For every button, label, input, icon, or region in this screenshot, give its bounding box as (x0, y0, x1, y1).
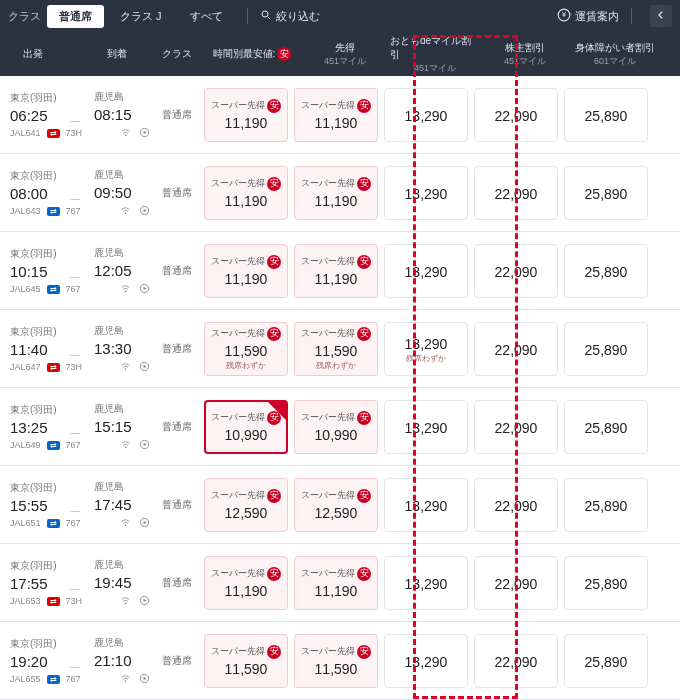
fare-card[interactable]: 22,090 (474, 634, 558, 688)
filter-button[interactable]: 絞り込む (260, 9, 320, 24)
cheap-badge-icon: 安 (357, 645, 371, 659)
fare-type-label: スーパー先得安 (211, 99, 281, 113)
fare-card[interactable]: スーパー先得安 11,590 (204, 634, 288, 688)
fare-card[interactable]: スーパー先得安 11,190 (204, 166, 288, 220)
fare-type-label: スーパー先得安 (211, 489, 281, 503)
flight-row: 東京(羽田) 06:25 JAL641 ⇄ 73H — 鹿児島 08:15 普通… (0, 76, 680, 154)
wifi-icon (120, 205, 131, 218)
fare-price: 22,090 (495, 108, 538, 124)
fare-card[interactable]: 13,290 (384, 244, 468, 298)
arrival-block: 鹿児島 12:05 (84, 246, 150, 296)
fare-card[interactable]: 13,290 (384, 400, 468, 454)
fare-card[interactable]: 13,290 (384, 88, 468, 142)
fare-card[interactable]: 25,890 (564, 400, 648, 454)
svg-text:¥: ¥ (562, 11, 566, 18)
cheap-badge-icon: 安 (267, 567, 281, 581)
fare-card[interactable]: スーパー先得安 11,190 (204, 244, 288, 298)
fare-card[interactable]: 22,090 (474, 400, 558, 454)
hdr-shintai[interactable]: 身体障がい者割引 601マイル (570, 41, 660, 68)
flight-row: 東京(羽田) 17:55 JAL653 ⇄ 73H — 鹿児島 19:45 普通… (0, 544, 680, 622)
arrival-time: 09:50 (94, 184, 132, 201)
fare-card[interactable]: スーパー先得安 10,990 (204, 400, 288, 454)
fare-card[interactable]: 25,890 (564, 322, 648, 376)
departure-time: 10:15 (10, 263, 48, 280)
cheap-badge-icon: 安 (267, 489, 281, 503)
fare-price: 25,890 (585, 654, 628, 670)
fare-price: 12,590 (315, 505, 358, 521)
fare-type-label: スーパー先得安 (211, 645, 281, 659)
svg-marker-21 (144, 520, 147, 524)
fare-card[interactable]: スーパー先得安 11,590 (294, 634, 378, 688)
play-icon (139, 205, 150, 218)
fare-card[interactable]: 25,890 (564, 634, 648, 688)
departure-block: 東京(羽田) 17:55 JAL653 ⇄ 73H (0, 559, 66, 606)
fare-card[interactable]: スーパー先得安 11,590 残席わずか (204, 322, 288, 376)
fare-card[interactable]: スーパー先得安 11,190 (294, 88, 378, 142)
arrival-block: 鹿児島 19:45 (84, 558, 150, 608)
svg-point-10 (125, 290, 126, 291)
arrival-block: 鹿児島 08:15 (84, 90, 150, 140)
fare-card[interactable]: 22,090 (474, 166, 558, 220)
svg-marker-9 (144, 208, 147, 212)
fare-card[interactable]: 25,890 (564, 166, 648, 220)
fare-card[interactable]: スーパー先得安 11,590 残席わずか (294, 322, 378, 376)
fare-type-label: スーパー先得安 (301, 411, 371, 425)
fare-type-label: スーパー先得安 (211, 327, 281, 341)
time-separator: — (66, 271, 84, 282)
separator (631, 8, 632, 24)
fare-card[interactable]: 25,890 (564, 244, 648, 298)
hdr-kabunushi[interactable]: 株主割引 451マイル (480, 41, 570, 68)
fare-card[interactable]: 25,890 (564, 478, 648, 532)
fare-card[interactable]: 22,090 (474, 556, 558, 610)
fare-card[interactable]: スーパー先得安 11,190 (294, 556, 378, 610)
fare-price: 13,290 (405, 186, 448, 202)
fare-card[interactable]: スーパー先得安 11,190 (294, 166, 378, 220)
tab-all[interactable]: すべて (178, 5, 235, 28)
flight-row: 東京(羽田) 13:25 JAL649 ⇄ 767 — 鹿児島 15:15 普通… (0, 388, 680, 466)
fare-price: 10,990 (225, 427, 268, 443)
play-icon (139, 673, 150, 686)
fare-card[interactable]: スーパー先得安 11,190 (204, 88, 288, 142)
aircraft-type: 73H (66, 128, 83, 138)
fare-type-label: スーパー先得安 (211, 255, 281, 269)
fare-card[interactable]: 13,290 (384, 166, 468, 220)
fare-card[interactable]: 13,290 (384, 556, 468, 610)
fare-card[interactable]: 25,890 (564, 556, 648, 610)
cabin-class: 普通席 (150, 498, 204, 512)
tab-class-j[interactable]: クラス J (108, 5, 174, 28)
fare-price: 11,590 (315, 661, 358, 677)
fare-price: 13,290 (405, 336, 448, 352)
fare-price: 22,090 (495, 498, 538, 514)
fare-price: 25,890 (585, 498, 628, 514)
play-icon (139, 517, 150, 530)
fare-card[interactable]: 25,890 (564, 88, 648, 142)
fare-type-label: スーパー先得安 (211, 177, 281, 191)
arrival-time: 17:45 (94, 496, 132, 513)
fare-price: 13,290 (405, 108, 448, 124)
aircraft-type: 767 (66, 440, 81, 450)
departure-block: 東京(羽田) 10:15 JAL645 ⇄ 767 (0, 247, 66, 294)
fare-card[interactable]: 22,090 (474, 88, 558, 142)
fare-card[interactable]: スーパー先得安 11,190 (294, 244, 378, 298)
fare-card[interactable]: 13,290 残席わずか (384, 322, 468, 376)
fare-card[interactable]: 22,090 (474, 244, 558, 298)
fare-card[interactable]: 13,290 (384, 634, 468, 688)
fare-card[interactable]: 22,090 (474, 322, 558, 376)
scroll-left-button[interactable] (650, 5, 672, 27)
fare-guide-button[interactable]: ¥ 運賃案内 (557, 8, 619, 24)
fare-card[interactable]: 13,290 (384, 478, 468, 532)
fare-card[interactable]: スーパー先得安 12,590 (204, 478, 288, 532)
fare-card[interactable]: 22,090 (474, 478, 558, 532)
fare-price: 22,090 (495, 342, 538, 358)
fare-card[interactable]: スーパー先得安 11,190 (204, 556, 288, 610)
hdr-otomo[interactable]: おともdeマイル割引 451マイル (390, 34, 480, 75)
play-icon (139, 361, 150, 374)
hdr-sakidoku[interactable]: 先得 451マイル (300, 41, 390, 68)
arrival-time: 13:30 (94, 340, 132, 357)
fare-price: 25,890 (585, 342, 628, 358)
tab-economy[interactable]: 普通席 (47, 5, 104, 28)
fare-card[interactable]: スーパー先得安 12,590 (294, 478, 378, 532)
fare-card[interactable]: スーパー先得安 10,990 (294, 400, 378, 454)
fare-type-label: スーパー先得安 (301, 645, 371, 659)
departure-block: 東京(羽田) 13:25 JAL649 ⇄ 767 (0, 403, 66, 450)
